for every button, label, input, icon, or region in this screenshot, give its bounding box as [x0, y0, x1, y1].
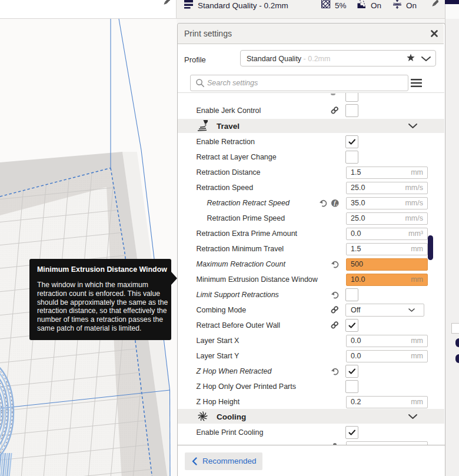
svg-text:x: x: [335, 203, 338, 207]
